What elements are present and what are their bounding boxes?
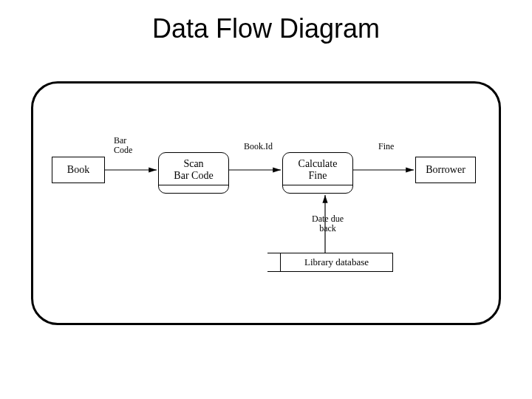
arrows-layer bbox=[31, 81, 501, 325]
page-title: Data Flow Diagram bbox=[0, 13, 532, 44]
diagram-canvas: Book Scan Bar Code Calculate Fine Borrow… bbox=[31, 81, 501, 325]
